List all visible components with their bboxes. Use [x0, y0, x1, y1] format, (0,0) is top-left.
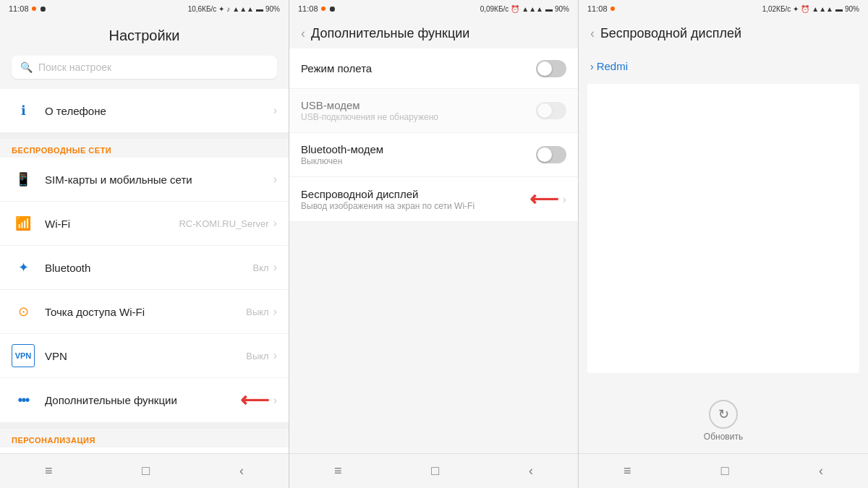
usb-modem-toggle-knob — [537, 103, 552, 118]
status-network-2: 0,09КБ/с — [480, 5, 509, 13]
wifi-content: Wi-Fi — [45, 218, 179, 230]
settings-item-sim[interactable]: 📱 SIM-карты и мобильные сети › — [0, 158, 289, 202]
status-time-3: 11:08 — [587, 4, 608, 13]
content-area — [587, 84, 859, 373]
search-icon: 🔍 — [20, 61, 33, 73]
panel-wireless-display: 11:08 1,02КБ/с ✦ ⏰ ▲▲▲ ▬ 90% ‹ Беспровод… — [579, 0, 868, 488]
panel3-title: Беспроводной дисплей — [600, 26, 741, 41]
nav-home-3[interactable]: □ — [707, 458, 744, 484]
bluetooth-icon-1: ✦ — [218, 5, 224, 13]
about-icon: ℹ — [12, 99, 35, 122]
sim-title: SIM-карты и мобильные сети — [45, 174, 273, 186]
panel1-title: Настройки — [0, 17, 289, 51]
status-network-1: 10,6КБ/с — [188, 5, 217, 13]
wifi-right: RC-KOMI.RU_Server › — [179, 217, 277, 230]
back-icon-2[interactable]: ‹ — [301, 26, 305, 41]
settings-item-about[interactable]: ℹ О телефоне › — [0, 89, 289, 133]
settings-item-bluetooth[interactable]: ✦ Bluetooth Вкл › — [0, 246, 289, 290]
status-right-1: 10,6КБ/с ✦ ♪ ▲▲▲ ▬ 90% — [188, 5, 280, 13]
status-time-1: 11:08 — [9, 4, 29, 13]
bluetooth-chevron: › — [273, 261, 277, 274]
sim-chevron: › — [273, 173, 277, 186]
usb-modem-toggle[interactable] — [536, 102, 566, 119]
wireless-display-chevron: › — [563, 193, 566, 206]
panel3-content: ‹ Беспроводной дисплей › Redmi — [579, 17, 868, 388]
status-record-icon-2: ⏺ — [328, 4, 336, 13]
airplane-title: Режим полета — [301, 62, 536, 74]
about-content: О телефоне — [45, 105, 273, 117]
nav-back-1[interactable]: ‹ — [225, 458, 258, 484]
battery-icon-2: ▬ — [545, 5, 553, 13]
bluetooth-content: Bluetooth — [45, 262, 253, 274]
panel2-header: ‹ Дополнительные функции — [289, 17, 578, 48]
settings-item-usb-modem[interactable]: USB-модем USB-подключения не обнаружено — [289, 89, 578, 133]
hotspot-content: Точка доступа Wi-Fi — [45, 306, 246, 318]
airplane-toggle-knob — [537, 61, 552, 76]
about-right: › — [273, 104, 277, 117]
section2-label: ПЕРСОНАЛИЗАЦИЯ — [0, 429, 289, 448]
signal-icon-1: ▲▲▲ — [232, 5, 254, 13]
wireless-display-title: Беспроводной дисплей — [301, 188, 527, 200]
settings-item-extra[interactable]: ••• Дополнительные функции ⟵ › — [0, 378, 289, 423]
bluetooth-icon: ✦ — [12, 256, 35, 279]
settings-item-airplane[interactable]: Режим полета — [289, 48, 578, 89]
hotspot-icon: ⊙ — [12, 300, 35, 323]
redmi-link[interactable]: › Redmi — [579, 48, 868, 84]
status-record-icon-1: ⏺ — [39, 4, 47, 13]
bluetooth-right: Вкл › — [253, 261, 277, 274]
bt-modem-toggle-knob — [537, 147, 552, 162]
battery-pct-3: 90% — [845, 5, 859, 13]
bottom-nav-1: ≡ □ ‹ — [0, 453, 289, 488]
extra-content: Дополнительные функции — [45, 394, 237, 406]
settings-item-bt-modem[interactable]: Bluetooth-модем Выключен — [289, 133, 578, 177]
bottom-nav-2: ≡ □ ‹ — [289, 453, 578, 488]
vpn-value: Выкл — [246, 351, 268, 361]
panel2-content: ‹ Дополнительные функции Режим полета US… — [289, 17, 578, 453]
bt-modem-toggle[interactable] — [536, 146, 566, 163]
wifi-value: RC-KOMI.RU_Server — [179, 218, 268, 229]
nav-back-2[interactable]: ‹ — [514, 458, 548, 484]
vpn-icon: VPN — [12, 344, 35, 367]
back-icon-3[interactable]: ‹ — [590, 26, 595, 41]
nav-home-2[interactable]: □ — [417, 458, 454, 484]
wireless-display-subtitle: Вывод изображения на экран по сети Wi-Fi — [301, 201, 527, 211]
clock-icon-3: ⏰ — [801, 5, 809, 13]
status-dot-3 — [610, 7, 615, 11]
section1-label: БЕСПРОВОДНЫЕ СЕТИ — [0, 139, 289, 158]
wireless-display-content: Беспроводной дисплей Вывод изображения н… — [301, 188, 527, 211]
vpn-title: VPN — [45, 350, 246, 362]
nav-menu-3[interactable]: ≡ — [609, 458, 646, 484]
redmi-label: Redmi — [597, 60, 628, 72]
search-input[interactable]: Поиск настроек — [38, 61, 111, 73]
usb-modem-subtitle: USB-подключения не обнаружено — [301, 112, 536, 122]
extra-title: Дополнительные функции — [45, 394, 237, 406]
airplane-toggle[interactable] — [536, 60, 566, 77]
nav-home-1[interactable]: □ — [127, 458, 164, 484]
extra-icon: ••• — [12, 389, 35, 412]
battery-icon-3: ▬ — [835, 5, 843, 13]
status-right-3: 1,02КБ/с ✦ ⏰ ▲▲▲ ▬ 90% — [762, 5, 859, 13]
settings-item-wifi[interactable]: 📶 Wi-Fi RC-KOMI.RU_Server › — [0, 202, 289, 246]
refresh-button[interactable]: ↻ — [709, 400, 738, 429]
wifi-title: Wi-Fi — [45, 218, 179, 230]
hotspot-title: Точка доступа Wi-Fi — [45, 306, 246, 318]
battery-pct-2: 90% — [555, 5, 569, 13]
nav-back-3[interactable]: ‹ — [804, 458, 838, 484]
status-time-2: 11:08 — [298, 4, 318, 13]
bt-modem-content: Bluetooth-модем Выключен — [301, 143, 536, 166]
nav-menu-2[interactable]: ≡ — [320, 458, 357, 484]
sim-right: › — [273, 173, 277, 186]
panel-extra-functions: 11:08 ⏺ 0,09КБ/с ⏰ ▲▲▲ ▬ 90% ‹ Дополните… — [289, 0, 579, 488]
settings-item-hotspot[interactable]: ⊙ Точка доступа Wi-Fi Выкл › — [0, 290, 289, 334]
search-bar[interactable]: 🔍 Поиск настроек — [12, 56, 277, 79]
nav-menu-1[interactable]: ≡ — [30, 458, 67, 484]
panel2-title: Дополнительные функции — [311, 26, 469, 41]
settings-item-screen[interactable]: ○ Экран › — [0, 448, 289, 453]
settings-item-wireless-display[interactable]: Беспроводной дисплей Вывод изображения н… — [289, 177, 578, 222]
redmi-chevron: › — [590, 61, 594, 72]
settings-item-vpn[interactable]: VPN VPN Выкл › — [0, 334, 289, 378]
alarm-icon-1: ♪ — [226, 5, 230, 13]
panel-settings: 11:08 ⏺ 10,6КБ/с ✦ ♪ ▲▲▲ ▬ 90% Настройки… — [0, 0, 289, 488]
bluetooth-value: Вкл — [253, 262, 269, 273]
hotspot-value: Выкл — [246, 307, 268, 317]
